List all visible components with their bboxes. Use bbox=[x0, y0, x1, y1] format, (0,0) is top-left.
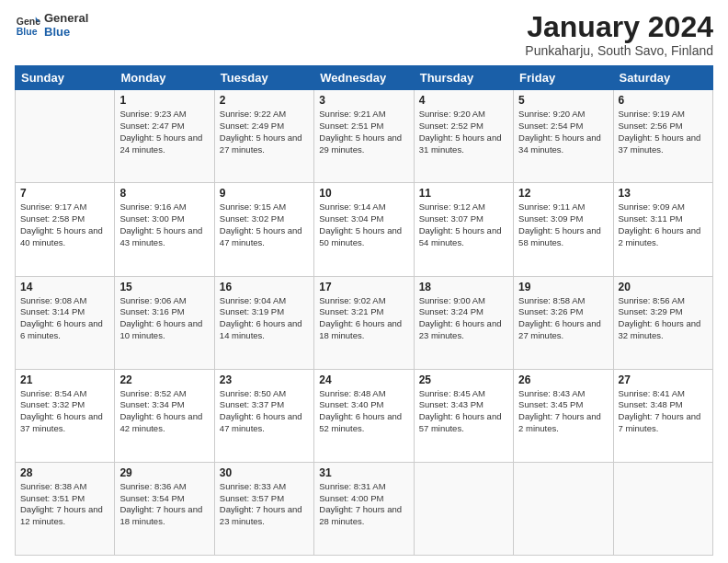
day-number: 7 bbox=[20, 187, 109, 200]
day-number: 30 bbox=[220, 466, 309, 479]
svg-text:Blue: Blue bbox=[17, 26, 38, 37]
cell-info: Sunrise: 8:43 AMSunset: 3:45 PMDaylight:… bbox=[518, 388, 608, 435]
calendar-cell: 30Sunrise: 8:33 AMSunset: 3:57 PMDayligh… bbox=[214, 462, 313, 555]
calendar-cell: 6Sunrise: 9:19 AMSunset: 2:56 PMDaylight… bbox=[613, 90, 712, 183]
calendar-cell: 3Sunrise: 9:21 AMSunset: 2:51 PMDaylight… bbox=[314, 90, 414, 183]
header: General Blue General Blue January 2024 P… bbox=[15, 11, 713, 58]
day-number: 19 bbox=[518, 281, 608, 293]
day-number: 8 bbox=[119, 187, 209, 200]
day-number: 26 bbox=[518, 373, 608, 386]
cell-info: Sunrise: 9:21 AMSunset: 2:51 PMDaylight:… bbox=[319, 109, 408, 155]
cell-info: Sunrise: 8:56 AMSunset: 3:29 PMDaylight:… bbox=[619, 295, 708, 342]
day-number: 13 bbox=[619, 187, 708, 200]
calendar-cell: 25Sunrise: 8:45 AMSunset: 3:43 PMDayligh… bbox=[414, 369, 513, 462]
day-number: 27 bbox=[619, 373, 708, 386]
day-number: 2 bbox=[220, 94, 309, 107]
calendar-cell: 15Sunrise: 9:06 AMSunset: 3:16 PMDayligh… bbox=[115, 276, 214, 369]
day-number: 3 bbox=[319, 94, 408, 107]
logo-blue: Blue bbox=[44, 25, 88, 39]
calendar-cell: 31Sunrise: 8:31 AMSunset: 4:00 PMDayligh… bbox=[314, 462, 414, 555]
weekday-header-wednesday: Wednesday bbox=[314, 66, 414, 90]
calendar-cell: 5Sunrise: 9:20 AMSunset: 2:54 PMDaylight… bbox=[514, 90, 613, 183]
day-number: 12 bbox=[518, 187, 608, 200]
day-number: 17 bbox=[319, 281, 408, 293]
calendar-cell bbox=[16, 90, 115, 183]
day-number: 21 bbox=[20, 373, 109, 386]
calendar-cell: 22Sunrise: 8:52 AMSunset: 3:34 PMDayligh… bbox=[115, 369, 214, 462]
logo-icon: General Blue bbox=[15, 12, 40, 38]
cell-info: Sunrise: 9:15 AMSunset: 3:02 PMDaylight:… bbox=[220, 201, 309, 248]
cell-info: Sunrise: 8:58 AMSunset: 3:26 PMDaylight:… bbox=[518, 295, 608, 342]
cell-info: Sunrise: 9:19 AMSunset: 2:56 PMDaylight:… bbox=[619, 109, 708, 155]
subtitle: Punkaharju, South Savo, Finland bbox=[525, 43, 713, 58]
cell-info: Sunrise: 8:48 AMSunset: 3:40 PMDaylight:… bbox=[319, 388, 408, 435]
calendar-cell: 18Sunrise: 9:00 AMSunset: 3:24 PMDayligh… bbox=[414, 276, 513, 369]
cell-info: Sunrise: 9:08 AMSunset: 3:14 PMDaylight:… bbox=[20, 295, 109, 342]
title-block: January 2024 Punkaharju, South Savo, Fin… bbox=[525, 11, 713, 58]
day-number: 15 bbox=[119, 281, 209, 293]
calendar-cell: 26Sunrise: 8:43 AMSunset: 3:45 PMDayligh… bbox=[514, 369, 613, 462]
calendar-cell: 2Sunrise: 9:22 AMSunset: 2:49 PMDaylight… bbox=[214, 90, 313, 183]
cell-info: Sunrise: 8:31 AMSunset: 4:00 PMDaylight:… bbox=[319, 481, 408, 528]
weekday-header-sunday: Sunday bbox=[16, 66, 115, 90]
day-number: 20 bbox=[619, 281, 708, 293]
day-number: 18 bbox=[419, 281, 508, 293]
calendar-cell: 20Sunrise: 8:56 AMSunset: 3:29 PMDayligh… bbox=[613, 276, 712, 369]
calendar-cell: 21Sunrise: 8:54 AMSunset: 3:32 PMDayligh… bbox=[16, 369, 115, 462]
logo: General Blue General Blue bbox=[15, 11, 88, 39]
calendar-cell: 23Sunrise: 8:50 AMSunset: 3:37 PMDayligh… bbox=[214, 369, 313, 462]
cell-info: Sunrise: 8:41 AMSunset: 3:48 PMDaylight:… bbox=[619, 388, 708, 435]
page: General Blue General Blue January 2024 P… bbox=[0, 0, 728, 563]
cell-info: Sunrise: 8:52 AMSunset: 3:34 PMDaylight:… bbox=[119, 388, 209, 435]
cell-info: Sunrise: 8:38 AMSunset: 3:51 PMDaylight:… bbox=[20, 481, 109, 528]
day-number: 5 bbox=[518, 94, 608, 107]
day-number: 1 bbox=[119, 94, 209, 107]
cell-info: Sunrise: 8:50 AMSunset: 3:37 PMDaylight:… bbox=[220, 388, 309, 435]
day-number: 24 bbox=[319, 373, 408, 386]
cell-info: Sunrise: 9:11 AMSunset: 3:09 PMDaylight:… bbox=[518, 201, 608, 248]
calendar-cell: 28Sunrise: 8:38 AMSunset: 3:51 PMDayligh… bbox=[16, 462, 115, 555]
cell-info: Sunrise: 8:36 AMSunset: 3:54 PMDaylight:… bbox=[119, 481, 209, 528]
day-number: 4 bbox=[419, 94, 508, 107]
day-number: 22 bbox=[119, 373, 209, 386]
cell-info: Sunrise: 8:33 AMSunset: 3:57 PMDaylight:… bbox=[220, 481, 309, 528]
day-number: 14 bbox=[20, 281, 109, 293]
cell-info: Sunrise: 8:54 AMSunset: 3:32 PMDaylight:… bbox=[20, 388, 109, 435]
cell-info: Sunrise: 9:06 AMSunset: 3:16 PMDaylight:… bbox=[119, 295, 209, 342]
day-number: 6 bbox=[619, 94, 708, 107]
day-number: 9 bbox=[220, 187, 309, 200]
weekday-header-thursday: Thursday bbox=[414, 66, 513, 90]
calendar-cell: 12Sunrise: 9:11 AMSunset: 3:09 PMDayligh… bbox=[514, 183, 613, 276]
calendar-cell: 9Sunrise: 9:15 AMSunset: 3:02 PMDaylight… bbox=[214, 183, 313, 276]
calendar-cell: 13Sunrise: 9:09 AMSunset: 3:11 PMDayligh… bbox=[613, 183, 712, 276]
calendar-cell: 1Sunrise: 9:23 AMSunset: 2:47 PMDaylight… bbox=[115, 90, 214, 183]
day-number: 28 bbox=[20, 466, 109, 479]
cell-info: Sunrise: 9:17 AMSunset: 2:58 PMDaylight:… bbox=[20, 201, 109, 248]
calendar-header: SundayMondayTuesdayWednesdayThursdayFrid… bbox=[16, 66, 713, 90]
weekday-header-monday: Monday bbox=[115, 66, 214, 90]
cell-info: Sunrise: 9:09 AMSunset: 3:11 PMDaylight:… bbox=[619, 201, 708, 248]
calendar-cell: 16Sunrise: 9:04 AMSunset: 3:19 PMDayligh… bbox=[214, 276, 313, 369]
calendar-cell: 11Sunrise: 9:12 AMSunset: 3:07 PMDayligh… bbox=[414, 183, 513, 276]
cell-info: Sunrise: 9:16 AMSunset: 3:00 PMDaylight:… bbox=[119, 201, 209, 248]
calendar-cell: 19Sunrise: 8:58 AMSunset: 3:26 PMDayligh… bbox=[514, 276, 613, 369]
cell-info: Sunrise: 9:00 AMSunset: 3:24 PMDaylight:… bbox=[419, 295, 508, 342]
cell-info: Sunrise: 9:02 AMSunset: 3:21 PMDaylight:… bbox=[319, 295, 408, 342]
day-number: 16 bbox=[220, 281, 309, 293]
cell-info: Sunrise: 9:12 AMSunset: 3:07 PMDaylight:… bbox=[419, 201, 508, 248]
calendar-cell: 7Sunrise: 9:17 AMSunset: 2:58 PMDaylight… bbox=[16, 183, 115, 276]
calendar-cell: 29Sunrise: 8:36 AMSunset: 3:54 PMDayligh… bbox=[115, 462, 214, 555]
day-number: 23 bbox=[220, 373, 309, 386]
day-number: 11 bbox=[419, 187, 508, 200]
cell-info: Sunrise: 9:22 AMSunset: 2:49 PMDaylight:… bbox=[220, 109, 309, 155]
calendar-cell bbox=[514, 462, 613, 555]
calendar-cell: 24Sunrise: 8:48 AMSunset: 3:40 PMDayligh… bbox=[314, 369, 414, 462]
day-number: 25 bbox=[419, 373, 508, 386]
cell-info: Sunrise: 9:20 AMSunset: 2:52 PMDaylight:… bbox=[419, 109, 508, 155]
cell-info: Sunrise: 9:23 AMSunset: 2:47 PMDaylight:… bbox=[119, 109, 209, 155]
calendar-cell: 4Sunrise: 9:20 AMSunset: 2:52 PMDaylight… bbox=[414, 90, 513, 183]
calendar-cell bbox=[613, 462, 712, 555]
logo-general: General bbox=[44, 11, 88, 25]
weekday-header-saturday: Saturday bbox=[613, 66, 712, 90]
main-title: January 2024 bbox=[525, 11, 713, 43]
